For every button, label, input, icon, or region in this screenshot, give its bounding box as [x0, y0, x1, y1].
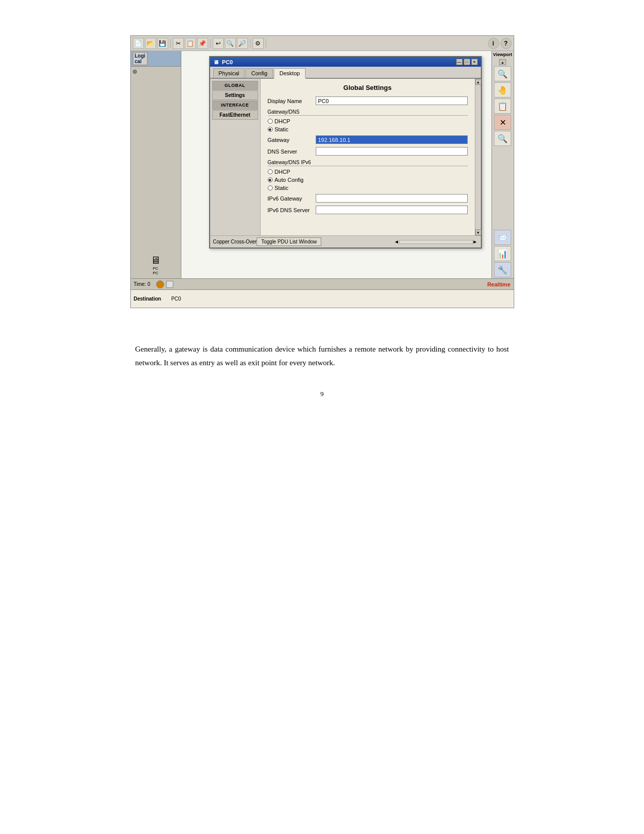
static-ipv6-radio[interactable]: [268, 185, 273, 190]
realtime-label: Realtime: [487, 281, 511, 287]
auto-config-label: Auto Config: [275, 177, 304, 183]
pc-label-2: PC: [133, 271, 179, 275]
toggle-pdu-btn[interactable]: Toggle PDU List Window: [257, 237, 321, 246]
destination-col: Destination: [134, 296, 161, 302]
viewport-label: Viewport: [493, 52, 512, 57]
page-container: 📄 📂 💾 ✂ 📋 📌 ↩ 🔍 🔎 ⚙ i ?: [0, 0, 644, 834]
time-icon: [156, 280, 164, 288]
lp-tab-logical[interactable]: Logical: [133, 52, 147, 65]
screenshot-box: 📄 📂 💾 ✂ 📋 📌 ↩ 🔍 🔎 ⚙ i ?: [130, 35, 514, 308]
pt-tool-new[interactable]: 📄: [133, 38, 144, 49]
static-label: Static: [275, 126, 289, 132]
pc0-icon: 🖥: [213, 59, 219, 65]
auto-config-radio-row: Auto Config: [268, 177, 468, 183]
gateway-row: Gateway: [268, 135, 468, 144]
pt-tool-info[interactable]: i: [488, 38, 499, 49]
pt-statusbar: Time: 0 Realtime: [131, 278, 514, 289]
dhcp-ipv6-label: DHCP: [275, 169, 290, 175]
tab-config[interactable]: Config: [245, 68, 273, 78]
display-name-input[interactable]: [316, 96, 468, 105]
pt-right-panel: Viewport ▲ 🔍 🤚 📋 ✕ 🔍 📨 📊 🔧: [491, 51, 514, 278]
time-label: Time: 0: [134, 281, 151, 287]
pc0-tb-title: 🖥 PC0: [213, 59, 233, 65]
page-number: 9: [320, 390, 324, 398]
pc-label-1: PC: [133, 266, 179, 271]
sb-fastethernet[interactable]: FastEthernet: [212, 110, 258, 120]
sb-global[interactable]: GLOBAL: [212, 81, 258, 90]
vp-icon-search[interactable]: 🔍: [494, 66, 511, 81]
vp-scroll-up[interactable]: ▲: [499, 59, 506, 65]
vp-icon-close[interactable]: ✕: [494, 115, 511, 130]
ipv6-gateway-input[interactable]: [316, 194, 468, 203]
pc0-tabs: Physical Config Desktop: [210, 67, 481, 79]
ipv6-gateway-row: IPv6 Gateway: [268, 194, 468, 203]
pc0-sidebar: GLOBAL Settings INTERFACE FastEthernet: [210, 79, 261, 235]
gateway-dns-section: Gateway/DNS: [268, 109, 468, 116]
scroll-down[interactable]: ▼: [475, 229, 481, 235]
pt-toolbar: 📄 📂 💾 ✂ 📋 📌 ↩ 🔍 🔎 ⚙ i ?: [131, 36, 514, 51]
pt-tool-gear[interactable]: ⚙: [253, 38, 264, 49]
pause-icon[interactable]: [166, 281, 173, 288]
scroll-indicator: ◄: [394, 239, 399, 244]
vp-icon-note[interactable]: 📋: [494, 99, 511, 114]
pt-tool-copy[interactable]: 📋: [185, 38, 196, 49]
static-ipv6-radio-row: Static: [268, 185, 468, 191]
vp-icon-special[interactable]: 🔧: [494, 262, 511, 277]
pt-tool-zoom-out[interactable]: 🔎: [237, 38, 248, 49]
dns-server-input[interactable]: [316, 147, 468, 156]
static-ipv6-label: Static: [275, 185, 289, 191]
pt-tool-open[interactable]: 📂: [145, 38, 156, 49]
pc-icon: 🖥: [133, 255, 179, 266]
pc0-close-btn[interactable]: ×: [471, 59, 478, 65]
pt-tool-save[interactable]: 💾: [157, 38, 168, 49]
display-name-row: Display Name: [268, 96, 468, 105]
pt-tool-help[interactable]: ?: [501, 38, 512, 49]
pt-tool-cut[interactable]: ✂: [173, 38, 184, 49]
pt-tool-undo[interactable]: ↩: [213, 38, 224, 49]
auto-config-radio[interactable]: [268, 177, 273, 182]
pt-left-panel: Logical 🖥 PC PC: [131, 51, 181, 278]
pc0-right-panel: Global Settings Display Name Gateway/DNS: [261, 79, 475, 235]
pc0-maximize-btn[interactable]: □: [464, 59, 470, 65]
ipv6-dns-input[interactable]: [316, 206, 468, 214]
gateway-dns-ipv6-section: Gateway/DNS IPv6: [268, 160, 468, 166]
scroll-up[interactable]: ▲: [475, 79, 481, 85]
gateway-input[interactable]: [316, 135, 468, 144]
pt-canvas: 🖥 PC0 — □ × Physical C: [181, 51, 491, 278]
lp-item[interactable]: [133, 70, 179, 74]
sb-interface[interactable]: INTERFACE: [212, 101, 258, 110]
display-name-label: Display Name: [268, 98, 316, 104]
pdu-area: Destination PC0: [131, 289, 514, 308]
dhcp-ipv6-radio[interactable]: [268, 169, 273, 174]
gateway-label: Gateway: [268, 137, 316, 143]
dns-server-label: DNS Server: [268, 149, 316, 155]
pt-tool-paste[interactable]: 📌: [197, 38, 208, 49]
pt-lp-topbar: Logical: [131, 51, 181, 67]
ipv6-dns-label: IPv6 DNS Server: [268, 207, 316, 213]
sb-settings[interactable]: Settings: [212, 90, 258, 100]
vp-icon-person[interactable]: 🤚: [494, 82, 511, 97]
tab-desktop[interactable]: Desktop: [274, 68, 305, 79]
dhcp-radio[interactable]: [268, 119, 273, 124]
dhcp-label: DHCP: [275, 118, 290, 124]
pt-sep-4: [266, 39, 266, 48]
static-radio-row: Static: [268, 126, 468, 132]
tab-physical[interactable]: Physical: [213, 68, 245, 78]
pc0-title-label: PC0: [222, 59, 233, 65]
vp-icon-magnify[interactable]: 🔍: [494, 131, 511, 146]
scroll-right: ►: [473, 239, 478, 244]
pt-sep-1: [170, 39, 171, 48]
pc0-tb-controls: — □ ×: [456, 59, 478, 65]
ipv6-dns-row: IPv6 DNS Server: [268, 206, 468, 214]
vp-icon-send[interactable]: 📨: [494, 230, 511, 245]
pt-sep-3: [250, 39, 251, 48]
cable-type-label: Copper Cross-Over: [213, 239, 257, 244]
static-radio[interactable]: [268, 127, 273, 132]
dns-server-row: DNS Server: [268, 147, 468, 156]
panel-title: Global Settings: [268, 84, 468, 91]
ipv6-gateway-label: IPv6 Gateway: [268, 195, 316, 202]
pc0-scrollbar[interactable]: ▲ ▼: [475, 79, 481, 235]
pc0-minimize-btn[interactable]: —: [456, 59, 463, 65]
pt-tool-zoom-in[interactable]: 🔍: [225, 38, 236, 49]
vp-icon-table[interactable]: 📊: [494, 246, 511, 261]
